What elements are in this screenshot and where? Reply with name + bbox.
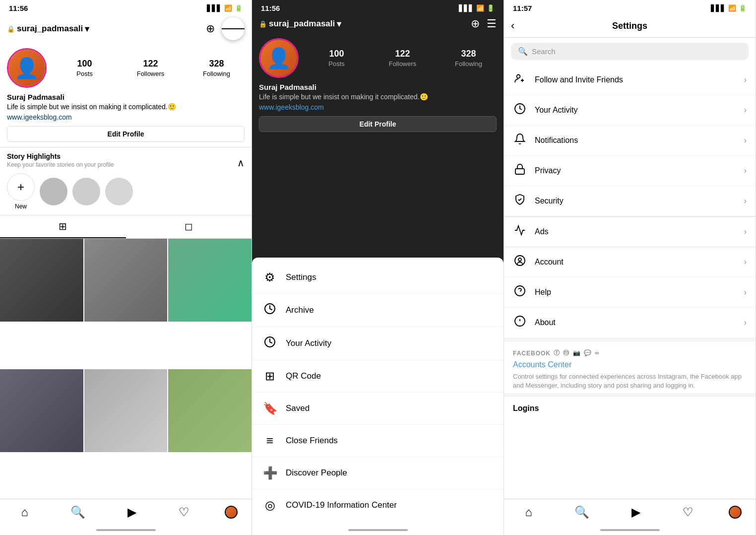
signal-icon: ▋▋▋ (207, 4, 222, 12)
discover-label: Discover People (286, 468, 347, 478)
covid-icon: ◎ (263, 498, 277, 512)
settings-item-privacy[interactable]: Privacy › (504, 156, 756, 186)
avatar-2[interactable]: 👤 (259, 38, 299, 78)
new-story-circle-1: + (7, 173, 35, 201)
profile-tab-3[interactable] (729, 506, 742, 519)
settings-item-help[interactable]: Help › (504, 277, 756, 308)
highlight-2[interactable] (72, 178, 100, 205)
ads-icon (513, 224, 527, 239)
home-indicator-1 (0, 525, 252, 535)
grid-tab-tagged-1[interactable]: ◻ (126, 215, 252, 238)
post-5[interactable] (84, 369, 168, 453)
reels-tab-3[interactable]: ▶ (625, 503, 647, 521)
profile-tab-1[interactable] (225, 506, 238, 519)
search-bar-3[interactable]: 🔍 Search (511, 43, 749, 60)
settings-item-activity[interactable]: Your Activity › (504, 95, 756, 126)
profile-link-2[interactable]: www.igeeksblog.com (259, 103, 497, 111)
security-icon (513, 194, 527, 208)
settings-title-3: Settings (612, 21, 647, 31)
profile-stats-2: 👤 100 Posts 122 Followers 328 Following (259, 38, 497, 78)
post-6[interactable] (168, 369, 252, 453)
menu-item-qr[interactable]: ⊞ QR Code (252, 360, 504, 393)
follow-label: Follow and Invite Friends (535, 75, 623, 84)
discover-icon: ➕ (263, 466, 277, 480)
phone-2: 11:56 ▋▋▋ 📶 🔋 🔒 suraj_padmasali ▾ ⊕ ☰ 👤 (252, 0, 504, 535)
menu-item-activity[interactable]: Your Activity (252, 327, 504, 360)
status-icons-1: ▋▋▋ 📶 🔋 (207, 4, 243, 12)
grid-tab-posts-1[interactable]: ⊞ (0, 215, 126, 238)
menu-item-close-friends[interactable]: ≡ Close Friends (252, 425, 504, 457)
qr-icon: ⊞ (263, 369, 277, 383)
username-1[interactable]: suraj_padmasali (17, 24, 83, 34)
logins-section: Logins (504, 393, 756, 416)
grid-tabs-1: ⊞ ◻ (0, 215, 252, 239)
settings-item-account[interactable]: Account › (504, 247, 756, 277)
edit-profile-btn-2[interactable]: Edit Profile (259, 116, 497, 132)
time-1: 11:56 (9, 4, 28, 12)
facebook-icons: ⓕ ⓜ 📷 💬 ∞ (554, 349, 600, 357)
menu-item-archive[interactable]: Archive (252, 294, 504, 327)
hamburger-icon-2[interactable]: ☰ (487, 17, 497, 30)
settings-item-about[interactable]: About › (504, 308, 756, 338)
post-3[interactable] (168, 239, 252, 322)
avatar-1[interactable]: 👤 (7, 48, 47, 88)
settings-item-follow[interactable]: Follow and Invite Friends › (504, 65, 756, 95)
settings-item-security-left: Security (513, 194, 564, 208)
search-tab-3[interactable]: 🔍 (567, 503, 596, 521)
menu-item-saved[interactable]: 🔖 Saved (252, 393, 504, 425)
facebook-desc: Control settings for connected experienc… (513, 372, 747, 390)
post-4[interactable] (0, 369, 83, 453)
covid-label: COVID-19 Information Center (286, 500, 397, 510)
dropdown-icon-2[interactable]: ▾ (337, 19, 341, 29)
notifications-icon (513, 133, 527, 148)
highlight-3[interactable] (105, 178, 133, 205)
new-story-label-1: New (15, 203, 27, 210)
home-tab-3[interactable]: ⌂ (518, 503, 539, 521)
svg-point-6 (518, 258, 521, 261)
edit-profile-btn-1[interactable]: Edit Profile (7, 126, 245, 142)
notifications-label: Notifications (535, 136, 578, 145)
posts-label-1: Posts (76, 70, 93, 77)
follow-icon (513, 72, 527, 87)
search-tab-1[interactable]: 🔍 (63, 503, 92, 521)
settings-item-ads[interactable]: Ads › (504, 216, 756, 247)
menu-item-settings[interactable]: ⚙ Settings (252, 262, 504, 294)
facebook-section: FACEBOOK ⓕ ⓜ 📷 💬 ∞ Accounts Center Contr… (504, 338, 756, 393)
menu-sheet-2: ⚙ Settings Archive Your Activity ⊞ (252, 258, 504, 525)
home-bar-1 (96, 529, 156, 531)
archive-label: Archive (286, 305, 314, 315)
home-tab-1[interactable]: ⌂ (14, 503, 35, 521)
stat-following-1: 328 Following (189, 59, 245, 78)
highlight-1[interactable] (40, 178, 67, 205)
username-2[interactable]: suraj_padmasali (269, 19, 335, 29)
highlights-row-1: + New (7, 173, 245, 210)
posts-count-2: 100 (309, 49, 365, 59)
new-story-1[interactable]: + New (7, 173, 35, 210)
stat-followers-2: 122 Followers (375, 49, 431, 68)
add-icon-1[interactable]: ⊕ (206, 22, 215, 35)
collapse-icon-1[interactable]: ∧ (237, 157, 245, 169)
reels-tab-1[interactable]: ▶ (121, 503, 143, 521)
settings-item-activity-left: Your Activity (513, 103, 578, 118)
menu-item-covid[interactable]: ◎ COVID-19 Information Center (252, 489, 504, 521)
menu-item-discover[interactable]: ➕ Discover People (252, 457, 504, 489)
post-1[interactable] (0, 239, 83, 322)
dropdown-icon[interactable]: ▾ (85, 24, 89, 34)
post-2[interactable] (84, 239, 168, 322)
settings-item-notifications[interactable]: Notifications › (504, 126, 756, 156)
profile-bio-2: Life is simple but we insist on making i… (259, 92, 497, 102)
settings-item-security[interactable]: Security › (504, 186, 756, 216)
logins-label: Logins (513, 404, 747, 413)
profile-link-1[interactable]: www.igeeksblog.com (7, 113, 245, 121)
heart-tab-3[interactable]: ♡ (676, 503, 700, 521)
settings-item-about-left: About (513, 315, 556, 330)
accounts-center-link[interactable]: Accounts Center (513, 360, 747, 369)
hamburger-btn-1[interactable] (222, 17, 245, 40)
following-count-2: 328 (441, 49, 497, 59)
back-btn-3[interactable]: ‹ (511, 19, 514, 32)
add-icon-2[interactable]: ⊕ (471, 17, 480, 30)
settings-item-privacy-left: Privacy (513, 163, 561, 178)
svg-rect-4 (515, 169, 524, 174)
heart-tab-1[interactable]: ♡ (172, 503, 196, 521)
archive-icon (263, 303, 277, 318)
